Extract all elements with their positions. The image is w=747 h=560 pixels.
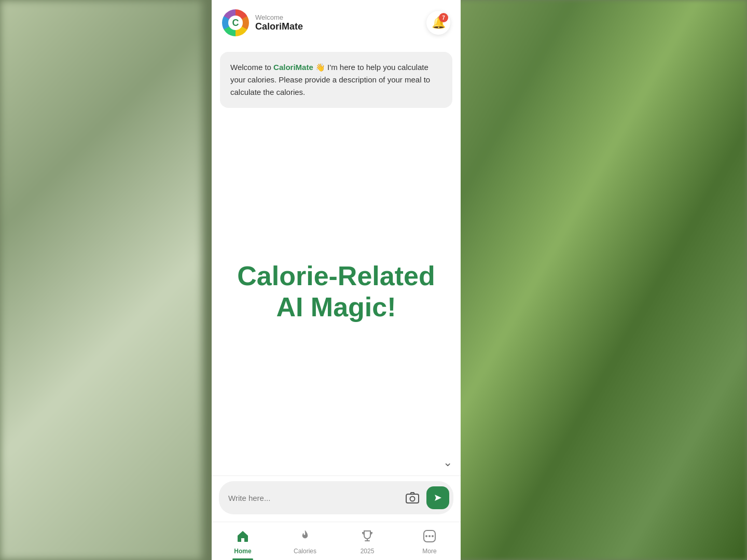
hero-text-container: Calorie-Related AI Magic! <box>220 108 452 475</box>
nav-item-2025[interactable]: 2025 <box>336 526 398 558</box>
message-input[interactable] <box>228 494 398 502</box>
app-header: C Welcome CaloriMate 🔔 7 <box>212 0 461 44</box>
nav-label-2025: 2025 <box>361 548 375 555</box>
app-logo: C <box>222 9 249 36</box>
bottom-nav: Home Calories 2025 <box>212 522 461 560</box>
more-icon <box>423 529 436 546</box>
welcome-bubble: Welcome to CaloriMate 👋 I'm here to help… <box>220 52 452 108</box>
camera-icon <box>406 492 419 503</box>
welcome-text-prefix: Welcome to <box>230 63 273 72</box>
chat-area: Welcome to CaloriMate 👋 I'm here to help… <box>212 44 461 475</box>
welcome-label: Welcome <box>255 13 303 21</box>
background-left <box>0 0 202 560</box>
scroll-down-chevron[interactable]: ⌄ <box>443 456 452 469</box>
send-icon <box>433 493 443 503</box>
logo-letter: C <box>232 18 239 29</box>
hero-line2: AI Magic! <box>276 292 396 322</box>
input-area <box>212 475 461 522</box>
trophy-icon <box>361 529 374 546</box>
flame-icon <box>298 529 312 546</box>
app-name-label: CaloriMate <box>255 21 303 32</box>
nav-label-home: Home <box>234 548 251 555</box>
input-bar <box>219 481 453 514</box>
nav-item-home[interactable]: Home <box>212 526 274 558</box>
notification-button[interactable]: 🔔 7 <box>426 11 450 35</box>
svg-point-1 <box>410 497 415 501</box>
svg-point-2 <box>425 535 427 537</box>
header-text: Welcome CaloriMate <box>255 13 303 32</box>
hero-heading: Calorie-Related AI Magic! <box>237 261 435 323</box>
background-right <box>449 0 747 560</box>
header-left: C Welcome CaloriMate <box>222 9 303 36</box>
home-icon <box>236 529 250 546</box>
nav-item-more[interactable]: More <box>398 526 461 558</box>
svg-point-4 <box>432 535 434 537</box>
welcome-emoji: 👋 <box>315 63 325 72</box>
hero-line1: Calorie-Related <box>237 261 435 291</box>
notification-badge: 7 <box>439 13 448 22</box>
camera-button[interactable] <box>403 488 422 508</box>
nav-label-more: More <box>422 548 436 555</box>
send-button[interactable] <box>426 486 449 509</box>
phone-container: C Welcome CaloriMate 🔔 7 Welcome to Calo… <box>212 0 461 560</box>
brand-link[interactable]: CaloriMate <box>273 63 313 72</box>
nav-label-calories: Calories <box>294 548 316 555</box>
nav-item-calories[interactable]: Calories <box>274 526 336 558</box>
svg-point-3 <box>428 535 431 537</box>
